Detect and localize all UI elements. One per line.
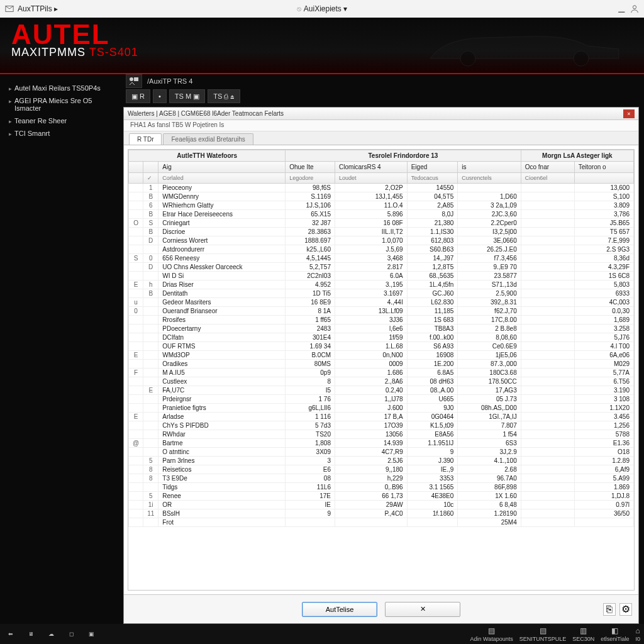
- table-row[interactable]: Astdroondurerrk25.,L60J.5,69S60.B6326.25…: [129, 245, 634, 254]
- table-row[interactable]: 8ReiseticosE69,,180IE.,92.686,Af9: [129, 465, 634, 474]
- toolbar-button-0[interactable]: ▣ R: [126, 89, 150, 103]
- table-row[interactable]: RWhdarTS2013056E8A561 f545788: [129, 430, 634, 439]
- tray-item-3[interactable]: ◧etlseniTiale: [601, 626, 629, 642]
- toolbar-button-2[interactable]: TS M ▣: [169, 89, 205, 103]
- table-row[interactable]: 1iORIE29AW10c6 8,480.97l: [129, 501, 634, 509]
- toolbar: ▣ R•TS M ▣TS ⎙ ⏏: [123, 88, 639, 104]
- toolbar-button-1[interactable]: •: [153, 89, 167, 103]
- table-row[interactable]: DCorniess Worert1888.6971.0,070612,8033E…: [129, 236, 634, 245]
- table-row[interactable]: 6WRhierhcm Glatty1J.S,10611.O.42,A853 2a…: [129, 201, 634, 210]
- table-row[interactable]: 8T3 E9De08h,229335396.7A05.A99: [129, 474, 634, 483]
- table-row[interactable]: FM A.IU50p91.6866.8A5180C3.685,77A: [129, 369, 634, 377]
- cancel-button[interactable]: ✕: [385, 602, 460, 617]
- column-header[interactable]: Teitoron o: [574, 162, 633, 173]
- table-row[interactable]: DCIfatn301E41f/59f.00..k008,08,605,J76: [129, 333, 634, 342]
- table-row[interactable]: EWMd3OPB.0CM0n,N00169081jE5,066A,e06: [129, 351, 634, 360]
- column-header[interactable]: Aig: [158, 162, 286, 173]
- data-table: AutleTTH WatefoorsTesrolel Frindordore 1…: [128, 150, 634, 527]
- column-header[interactable]: [129, 162, 143, 173]
- tabs: R TDrFeaelijas exdial Bretaruihs: [124, 131, 638, 145]
- table-row[interactable]: OSCriniegart32 J8716 08F21,3802.2Cper0J5…: [129, 219, 634, 228]
- svg-point-1: [633, 6, 636, 9]
- table-row[interactable]: Frot25M4: [129, 518, 634, 527]
- minimize-icon[interactable]: ⚊: [618, 4, 626, 13]
- taskbar-app-icon[interactable]: ▣: [84, 627, 98, 641]
- tab-1[interactable]: Feaelijas exdial Bretaruihs: [163, 133, 253, 145]
- toolbar-button-3[interactable]: TS ⎙ ⏏: [208, 89, 240, 103]
- table-row[interactable]: ChYs S PIFDBD5 7d317O39K1.5,t097.8071,25…: [129, 421, 634, 430]
- table-row[interactable]: Prdeirgnsr1 761,,lJ78U66505 J.733 108: [129, 395, 634, 404]
- confirm-button[interactable]: AutTelise: [302, 602, 377, 617]
- column-header[interactable]: ClomicarsRS 4: [335, 162, 407, 173]
- sidebar-item-0[interactable]: Autel Maxi Reilars TS50P4s: [5, 82, 118, 94]
- table-row[interactable]: Oradikes80MS00091E.20087.3.,000M029: [129, 360, 634, 369]
- table-row[interactable]: 5Renee17E66 1,734E38E01X 1.601,DJ.8: [129, 492, 634, 501]
- table-row[interactable]: DUO Chns Alessker Oarceeck5,2,T572.8171,…: [129, 263, 634, 272]
- column-header[interactable]: Oco fnar: [521, 162, 574, 173]
- table-row[interactable]: BDentitath1D Ti53.1697GC.J602.5,9006933: [129, 289, 634, 298]
- column-header[interactable]: Eiged: [407, 162, 458, 173]
- table-row[interactable]: 5Parn 3rlnes32.5J6J.3904.1.,1001.2.89: [129, 457, 634, 465]
- tray-item-4[interactable]: ⌂I0: [635, 626, 640, 642]
- report-panel: Walerters | AGE8 | CGM6E68 l6Ader Teatmo…: [123, 107, 639, 624]
- taskbar-cloud-icon[interactable]: ☁: [44, 627, 58, 641]
- breadcrumb-text: /AuxiTP TRS 4: [147, 77, 192, 85]
- table-container: AutleTTH WatefoorsTesrolel Frindordore 1…: [124, 145, 638, 594]
- svg-point-2: [460, 51, 475, 66]
- sidebar-item-1[interactable]: AGEI PRA Mieics Sre O5 Ismacter: [5, 94, 118, 114]
- tray-item-0[interactable]: ▤Adin Watapounts: [470, 626, 513, 642]
- device-icon[interactable]: [126, 74, 142, 88]
- table-row[interactable]: EhDrias Riser4.9523.,1951L.4,t5fnS71.,13…: [129, 280, 634, 289]
- table-row[interactable]: EArladse1 11617 B,A0G04641GI.,7A,IJ3.456: [129, 413, 634, 421]
- table-row[interactable]: uGedeor Masriters16 8E94.,44IL62.830392,…: [129, 298, 634, 307]
- table-row[interactable]: EFA,U7CI50.2,4008.,A.0017,AG33.190: [129, 386, 634, 395]
- sidebar-item-2[interactable]: Teaner Re Sheer: [5, 114, 118, 127]
- column-header[interactable]: Ohue Ite: [286, 162, 335, 173]
- window-titlebar: AuxTTPils ▸ ⍉ AuiXiepiets ▾ ⚊: [0, 0, 644, 18]
- settings-icon[interactable]: ⚙: [619, 603, 632, 616]
- table-row[interactable]: WI D Si2C2nI036.0A68.,563523.58771S 6C8: [129, 272, 634, 280]
- table-row[interactable]: O atnttinc3X094C7,R993J,2.9O18: [129, 448, 634, 457]
- car-silhouette-icon: [424, 24, 625, 68]
- table-row[interactable]: Tidgs11L60,.B963.1 156586F,8981.869: [129, 483, 634, 492]
- taskbar: ⬅ 🖥 ☁ ◻ ▣ ▤Adin Watapounts▤SENITUNTSPULE…: [0, 624, 644, 644]
- table-row[interactable]: 1Pieoceony98,f6S2,O2P1455013,600: [129, 184, 634, 192]
- table-row[interactable]: BEtrar Hace Dereiseecens65.X155.8968,0J2…: [129, 210, 634, 219]
- svg-rect-5: [134, 77, 138, 81]
- app-title[interactable]: AuxTTPils ▸: [18, 4, 58, 13]
- panel-footer: AutTelise ✕ ⎘ ⚙: [124, 594, 638, 623]
- table-row[interactable]: Rrosifes1 ff653J361S 68317C,8.001,689: [129, 316, 634, 325]
- table-row[interactable]: @Bartme1,80814.9391.1.951IJ6S3E1.36: [129, 439, 634, 448]
- column-header[interactable]: is: [458, 162, 521, 173]
- table-row[interactable]: 0Ouerandf Brianseor8 1A13L.Lf0911,185f62…: [129, 307, 634, 316]
- tray-item-1[interactable]: ▤SENITUNTSPULE: [519, 626, 567, 642]
- taskbar-back-icon[interactable]: ⬅: [4, 627, 18, 641]
- svg-point-4: [130, 77, 133, 81]
- table-row[interactable]: Custleex82.,8A608 dH63178.50CC6.T56: [129, 377, 634, 386]
- taskbar-monitor-icon[interactable]: 🖥: [24, 627, 38, 641]
- sidebar: Autel Maxi Reilars TS50P4sAGEI PRA Mieic…: [0, 74, 123, 624]
- panel-titlebar: Walerters | AGE8 | CGM6E68 l6Ader Teatmo…: [124, 108, 638, 120]
- breadcrumb: /AuxiTP TRS 4: [123, 74, 639, 88]
- svg-point-3: [574, 51, 589, 66]
- user-icon[interactable]: [630, 4, 639, 13]
- table-row[interactable]: BWMGDennryS.116913J,1,45504,5T51,D60S,10…: [129, 192, 634, 201]
- table-row[interactable]: OUF RTMS1.69 341.L.68S6 A93Ce0.6E94.l T0…: [129, 342, 634, 351]
- table-row[interactable]: PDoecertarny2483l,6e6TB8A32 B.8e83.258: [129, 325, 634, 333]
- table-row[interactable]: 11BSslH9P.,4C01f.18601.2819036/50: [129, 509, 634, 518]
- taskbar-window-icon[interactable]: ◻: [64, 627, 78, 641]
- tab-0[interactable]: R TDr: [129, 133, 162, 145]
- tray-item-2[interactable]: ▥SEC30N: [572, 626, 594, 642]
- lock-icon: ⍉: [297, 4, 301, 13]
- mail-icon: [5, 4, 14, 13]
- panel-subtitle: FHA1 As fansl TB5 W Pojetiren Is: [124, 120, 638, 131]
- export-icon[interactable]: ⎘: [603, 603, 616, 616]
- table-row[interactable]: BDiscrioe28.3863IIL.II,T21.1,IS30I3,2,5|…: [129, 228, 634, 236]
- column-header[interactable]: [143, 162, 158, 173]
- sidebar-item-3[interactable]: TCI Smanrt: [5, 127, 118, 140]
- table-row[interactable]: S0656 Reneesy4,5,14453,46814,.J97f7.3,45…: [129, 254, 634, 263]
- system-tray: ▤Adin Watapounts▤SENITUNTSPULE▥SEC30N◧et…: [470, 626, 640, 642]
- titlebar-center[interactable]: AuiXiepiets ▾: [304, 4, 347, 13]
- panel-close-button[interactable]: ×: [623, 109, 635, 118]
- table-row[interactable]: Pranietioe figtrsg6L,LlI6J.6009J008h.AS,…: [129, 404, 634, 413]
